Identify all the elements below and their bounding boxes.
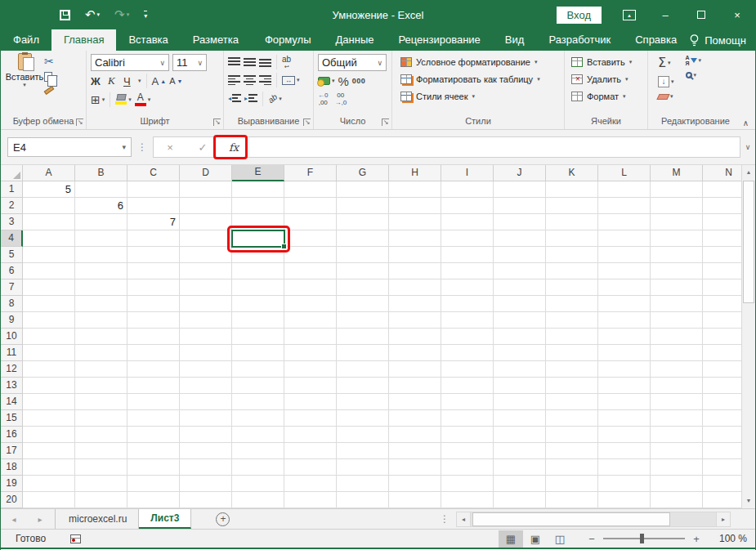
cell-J20[interactable]: [494, 492, 546, 508]
cell-L13[interactable]: [598, 378, 651, 394]
number-format-combo[interactable]: Общий∨: [318, 54, 387, 71]
cell-F16[interactable]: [284, 427, 337, 443]
row-header-19[interactable]: 19: [1, 476, 23, 492]
cell-G10[interactable]: [337, 329, 389, 345]
cell-C13[interactable]: [127, 378, 180, 394]
cell-F3[interactable]: [284, 214, 337, 230]
row-header-3[interactable]: 3: [1, 214, 23, 230]
sheet-tab-Лист3[interactable]: Лист3: [139, 509, 191, 529]
align-center-icon[interactable]: [244, 75, 256, 85]
font-size-combo[interactable]: 11∨: [172, 54, 207, 71]
cell-J7[interactable]: [494, 279, 546, 296]
cell-L3[interactable]: [598, 214, 651, 230]
cell-L18[interactable]: [598, 459, 651, 476]
cell-F19[interactable]: [284, 476, 337, 492]
cell-C19[interactable]: [127, 476, 180, 492]
cell-F15[interactable]: [284, 410, 337, 427]
cell-J15[interactable]: [494, 410, 546, 427]
cell-F12[interactable]: [284, 361, 337, 378]
cell-E7[interactable]: [232, 279, 284, 296]
cell-G15[interactable]: [337, 410, 389, 427]
scroll-down-icon[interactable]: ▼: [742, 494, 755, 508]
cell-J18[interactable]: [494, 459, 546, 476]
customize-qat-icon[interactable]: ▾: [144, 11, 147, 20]
cell-I16[interactable]: [441, 427, 494, 443]
cell-D11[interactable]: [180, 345, 232, 361]
cell-H3[interactable]: [389, 214, 441, 230]
sheetbar-resize-handle[interactable]: ⋮: [440, 513, 450, 525]
cell-G4[interactable]: [337, 230, 389, 247]
cell-A2[interactable]: [23, 198, 75, 214]
cell-C12[interactable]: [127, 361, 180, 378]
cell-J13[interactable]: [494, 378, 546, 394]
cell-H7[interactable]: [389, 279, 441, 296]
macro-record-icon[interactable]: [70, 534, 81, 543]
cell-C14[interactable]: [127, 394, 180, 410]
cell-M14[interactable]: [651, 394, 703, 410]
cell-D9[interactable]: [180, 312, 232, 329]
cell-M5[interactable]: [651, 247, 703, 263]
cell-M8[interactable]: [651, 296, 703, 312]
cell-J6[interactable]: [494, 263, 546, 279]
cell-I10[interactable]: [441, 329, 494, 345]
cell-E20[interactable]: [232, 492, 284, 508]
collapse-ribbon-icon[interactable]: ∧: [743, 118, 749, 127]
cell-K11[interactable]: [546, 345, 598, 361]
cell-E12[interactable]: [232, 361, 284, 378]
cell-E15[interactable]: [232, 410, 284, 427]
cell-I2[interactable]: [441, 198, 494, 214]
cell-F4[interactable]: [284, 230, 337, 247]
zoom-slider[interactable]: [603, 538, 685, 539]
column-header-I[interactable]: I: [441, 165, 494, 181]
cell-H16[interactable]: [389, 427, 441, 443]
cell-J19[interactable]: [494, 476, 546, 492]
cell-L10[interactable]: [598, 329, 651, 345]
cell-M3[interactable]: [651, 214, 703, 230]
bold-button[interactable]: Ж: [91, 75, 105, 87]
cell-B15[interactable]: [75, 410, 127, 427]
fill-color-button[interactable]: ▾: [115, 94, 132, 105]
increase-indent-icon[interactable]: ▸: [244, 94, 257, 104]
row-header-5[interactable]: 5: [1, 247, 23, 263]
cell-D3[interactable]: [180, 214, 232, 230]
zoom-slider-thumb[interactable]: [640, 534, 644, 543]
page-layout-view-icon[interactable]: ▣: [523, 530, 548, 548]
cell-E1[interactable]: [232, 181, 284, 198]
shrink-font-button[interactable]: А▼: [169, 76, 182, 86]
cell-K8[interactable]: [546, 296, 598, 312]
cell-H11[interactable]: [389, 345, 441, 361]
cell-J5[interactable]: [494, 247, 546, 263]
cell-B1[interactable]: [75, 181, 127, 198]
cell-F11[interactable]: [284, 345, 337, 361]
align-right-icon[interactable]: [259, 75, 271, 85]
cell-K17[interactable]: [546, 443, 598, 459]
cell-B3[interactable]: [75, 214, 127, 230]
cell-H13[interactable]: [389, 378, 441, 394]
cell-C15[interactable]: [127, 410, 180, 427]
undo-icon[interactable]: ↶▾: [85, 7, 100, 22]
cell-I20[interactable]: [441, 492, 494, 508]
cell-G9[interactable]: [337, 312, 389, 329]
cell-E18[interactable]: [232, 459, 284, 476]
cell-K1[interactable]: [546, 181, 598, 198]
cut-icon[interactable]: ✂: [44, 55, 58, 68]
column-header-E[interactable]: E: [232, 165, 284, 181]
paste-button[interactable]: Вставить ▾: [5, 53, 44, 115]
row-header-9[interactable]: 9: [1, 312, 23, 329]
clipboard-dialog-launcher-icon[interactable]: ↘: [76, 118, 83, 126]
cell-H14[interactable]: [389, 394, 441, 410]
name-box[interactable]: E4 ▾: [7, 137, 132, 157]
paste-dropdown-icon[interactable]: ▾: [23, 82, 26, 88]
scroll-left-icon[interactable]: ◂: [456, 512, 471, 527]
cell-F9[interactable]: [284, 312, 337, 329]
sheet-tab-microexcel.ru[interactable]: microexcel.ru: [57, 509, 139, 529]
cell-L14[interactable]: [598, 394, 651, 410]
cell-B13[interactable]: [75, 378, 127, 394]
cell-M10[interactable]: [651, 329, 703, 345]
column-header-K[interactable]: K: [546, 165, 598, 181]
horizontal-scrollbar[interactable]: ◂ ▸: [456, 509, 731, 529]
vertical-scrollbar[interactable]: ▲ ▼: [741, 165, 755, 508]
cell-H19[interactable]: [389, 476, 441, 492]
cell-D19[interactable]: [180, 476, 232, 492]
comma-style-button[interactable]: 000: [352, 77, 366, 85]
